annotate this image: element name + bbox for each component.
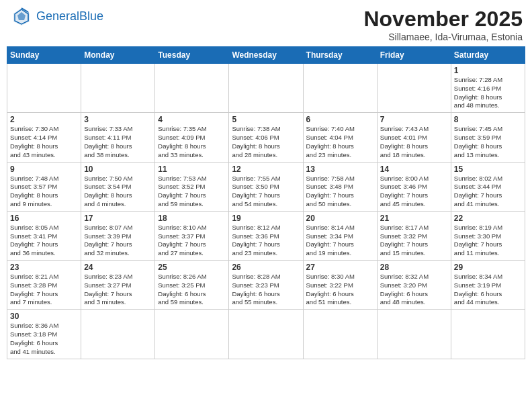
day-number: 7 (380, 115, 448, 124)
weekday-header-friday: Friday (377, 47, 451, 64)
day-number: 8 (454, 115, 522, 124)
weekday-header-wednesday: Wednesday (229, 47, 303, 64)
day-info: Sunrise: 8:21 AM Sunset: 3:28 PM Dayligh… (10, 273, 78, 307)
day-info: Sunrise: 8:05 AM Sunset: 3:41 PM Dayligh… (10, 224, 78, 258)
calendar-cell: 20Sunrise: 8:14 AM Sunset: 3:34 PM Dayli… (303, 211, 377, 260)
day-number: 19 (232, 214, 300, 223)
calendar-cell: 30Sunrise: 8:36 AM Sunset: 3:18 PM Dayli… (7, 310, 81, 359)
weekday-header-tuesday: Tuesday (155, 47, 229, 64)
day-number: 26 (232, 263, 300, 272)
day-info: Sunrise: 8:19 AM Sunset: 3:30 PM Dayligh… (454, 224, 522, 258)
calendar-subtitle: Sillamaee, Ida-Virumaa, Estonia (363, 32, 523, 42)
calendar-cell: 23Sunrise: 8:21 AM Sunset: 3:28 PM Dayli… (7, 261, 81, 310)
day-info: Sunrise: 7:35 AM Sunset: 4:09 PM Dayligh… (158, 125, 226, 159)
calendar-week-row: 30Sunrise: 8:36 AM Sunset: 3:18 PM Dayli… (7, 310, 525, 359)
calendar-cell (7, 64, 81, 113)
calendar-cell: 7Sunrise: 7:43 AM Sunset: 4:01 PM Daylig… (377, 113, 451, 162)
day-info: Sunrise: 7:38 AM Sunset: 4:06 PM Dayligh… (232, 125, 300, 159)
day-number: 22 (454, 214, 522, 223)
day-number: 17 (84, 214, 152, 223)
day-number: 27 (306, 263, 374, 272)
calendar-cell: 25Sunrise: 8:26 AM Sunset: 3:25 PM Dayli… (155, 261, 229, 310)
day-number: 12 (232, 165, 300, 174)
calendar-cell (377, 310, 451, 359)
day-info: Sunrise: 7:50 AM Sunset: 3:54 PM Dayligh… (84, 175, 152, 209)
calendar-week-row: 2Sunrise: 7:30 AM Sunset: 4:14 PM Daylig… (7, 113, 525, 162)
day-number: 6 (306, 115, 374, 124)
day-number: 21 (380, 214, 448, 223)
day-number: 29 (454, 263, 522, 272)
calendar-cell: 13Sunrise: 7:58 AM Sunset: 3:48 PM Dayli… (303, 162, 377, 211)
calendar-cell (155, 310, 229, 359)
weekday-header-monday: Monday (81, 47, 155, 64)
calendar-cell: 29Sunrise: 8:34 AM Sunset: 3:19 PM Dayli… (451, 261, 525, 310)
calendar-cell: 11Sunrise: 7:53 AM Sunset: 3:52 PM Dayli… (155, 162, 229, 211)
day-number: 18 (158, 214, 226, 223)
logo-general: General (36, 9, 79, 23)
calendar-cell (229, 64, 303, 113)
calendar-cell: 16Sunrise: 8:05 AM Sunset: 3:41 PM Dayli… (7, 211, 81, 260)
day-number: 16 (10, 214, 78, 223)
calendar-cell (451, 310, 525, 359)
calendar-cell: 18Sunrise: 8:10 AM Sunset: 3:37 PM Dayli… (155, 211, 229, 260)
day-number: 23 (10, 263, 78, 272)
calendar-cell: 28Sunrise: 8:32 AM Sunset: 3:20 PM Dayli… (377, 261, 451, 310)
day-info: Sunrise: 7:55 AM Sunset: 3:50 PM Dayligh… (232, 175, 300, 209)
day-number: 2 (10, 115, 78, 124)
day-info: Sunrise: 8:10 AM Sunset: 3:37 PM Dayligh… (158, 224, 226, 258)
calendar-cell (229, 310, 303, 359)
calendar-week-row: 9Sunrise: 7:48 AM Sunset: 3:57 PM Daylig… (7, 162, 525, 211)
day-info: Sunrise: 7:30 AM Sunset: 4:14 PM Dayligh… (10, 125, 78, 159)
day-number: 20 (306, 214, 374, 223)
calendar-cell (155, 64, 229, 113)
calendar-cell: 3Sunrise: 7:33 AM Sunset: 4:11 PM Daylig… (81, 113, 155, 162)
day-info: Sunrise: 7:48 AM Sunset: 3:57 PM Dayligh… (10, 175, 78, 209)
calendar-cell: 6Sunrise: 7:40 AM Sunset: 4:04 PM Daylig… (303, 113, 377, 162)
day-number: 25 (158, 263, 226, 272)
day-number: 28 (380, 263, 448, 272)
day-info: Sunrise: 7:58 AM Sunset: 3:48 PM Dayligh… (306, 175, 374, 209)
calendar-cell: 10Sunrise: 7:50 AM Sunset: 3:54 PM Dayli… (81, 162, 155, 211)
calendar-cell (81, 64, 155, 113)
calendar-cell: 14Sunrise: 8:00 AM Sunset: 3:46 PM Dayli… (377, 162, 451, 211)
weekday-header-sunday: Sunday (7, 47, 81, 64)
logo-text: GeneralBlue (36, 10, 103, 24)
day-info: Sunrise: 7:33 AM Sunset: 4:11 PM Dayligh… (84, 125, 152, 159)
day-number: 3 (84, 115, 152, 124)
day-number: 13 (306, 165, 374, 174)
calendar-cell: 15Sunrise: 8:02 AM Sunset: 3:44 PM Dayli… (451, 162, 525, 211)
calendar-cell: 27Sunrise: 8:30 AM Sunset: 3:22 PM Dayli… (303, 261, 377, 310)
day-number: 10 (84, 165, 152, 174)
calendar-cell: 19Sunrise: 8:12 AM Sunset: 3:36 PM Dayli… (229, 211, 303, 260)
calendar-cell: 24Sunrise: 8:23 AM Sunset: 3:27 PM Dayli… (81, 261, 155, 310)
day-info: Sunrise: 7:45 AM Sunset: 3:59 PM Dayligh… (454, 125, 522, 159)
logo: GeneralBlue (9, 7, 103, 27)
logo-blue: Blue (79, 9, 103, 23)
day-number: 30 (10, 312, 78, 321)
calendar-cell: 9Sunrise: 7:48 AM Sunset: 3:57 PM Daylig… (7, 162, 81, 211)
day-info: Sunrise: 8:00 AM Sunset: 3:46 PM Dayligh… (380, 175, 448, 209)
calendar-cell (81, 310, 155, 359)
calendar-title: November 2025 (363, 7, 523, 32)
day-info: Sunrise: 7:53 AM Sunset: 3:52 PM Dayligh… (158, 175, 226, 209)
day-info: Sunrise: 8:12 AM Sunset: 3:36 PM Dayligh… (232, 224, 300, 258)
day-number: 4 (158, 115, 226, 124)
day-info: Sunrise: 7:28 AM Sunset: 4:16 PM Dayligh… (454, 76, 522, 110)
calendar-week-row: 16Sunrise: 8:05 AM Sunset: 3:41 PM Dayli… (7, 211, 525, 260)
calendar-cell: 8Sunrise: 7:45 AM Sunset: 3:59 PM Daylig… (451, 113, 525, 162)
day-info: Sunrise: 7:43 AM Sunset: 4:01 PM Dayligh… (380, 125, 448, 159)
day-info: Sunrise: 8:17 AM Sunset: 3:32 PM Dayligh… (380, 224, 448, 258)
day-number: 9 (10, 165, 78, 174)
calendar-cell: 17Sunrise: 8:07 AM Sunset: 3:39 PM Dayli… (81, 211, 155, 260)
day-number: 15 (454, 165, 522, 174)
day-number: 11 (158, 165, 226, 174)
calendar-cell: 2Sunrise: 7:30 AM Sunset: 4:14 PM Daylig… (7, 113, 81, 162)
day-info: Sunrise: 8:23 AM Sunset: 3:27 PM Dayligh… (84, 273, 152, 307)
day-number: 14 (380, 165, 448, 174)
calendar-week-row: 23Sunrise: 8:21 AM Sunset: 3:28 PM Dayli… (7, 261, 525, 310)
day-info: Sunrise: 8:26 AM Sunset: 3:25 PM Dayligh… (158, 273, 226, 307)
calendar-cell: 21Sunrise: 8:17 AM Sunset: 3:32 PM Dayli… (377, 211, 451, 260)
day-info: Sunrise: 8:36 AM Sunset: 3:18 PM Dayligh… (10, 322, 78, 356)
logo-icon (9, 7, 34, 27)
calendar-cell: 12Sunrise: 7:55 AM Sunset: 3:50 PM Dayli… (229, 162, 303, 211)
